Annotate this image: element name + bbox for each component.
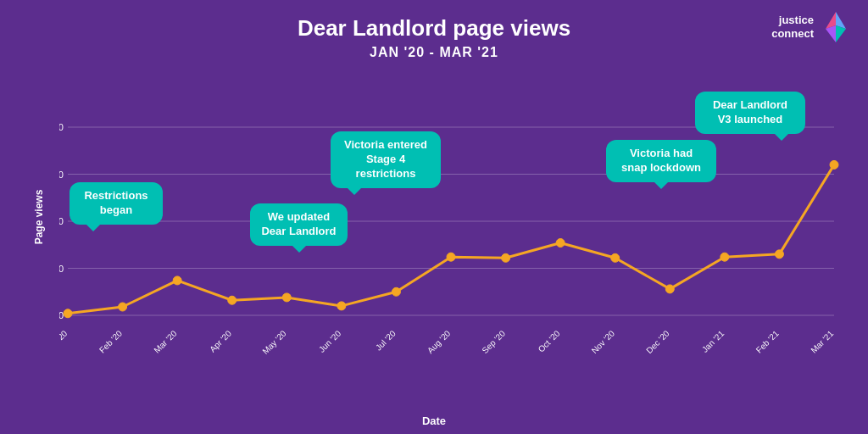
svg-point-40: [665, 285, 674, 293]
svg-point-41: [721, 253, 729, 261]
svg-text:Jun '20: Jun '20: [317, 328, 343, 354]
svg-point-33: [282, 293, 291, 302]
svg-text:Feb '21: Feb '21: [754, 328, 781, 354]
svg-text:Oct '20: Oct '20: [537, 328, 562, 353]
svg-text:0: 0: [59, 310, 64, 320]
callout-v3-launched: Dear LandlordV3 launched: [695, 92, 805, 134]
logo-icon: [819, 10, 853, 44]
svg-point-34: [337, 302, 346, 310]
svg-text:Jan '21: Jan '21: [700, 328, 726, 354]
x-axis-label: Date: [422, 415, 446, 427]
chart-container: Dear Landlord page views JAN '20 - MAR '…: [0, 0, 868, 434]
svg-text:5,000: 5,000: [59, 264, 64, 274]
svg-text:Mar '21: Mar '21: [809, 328, 835, 354]
svg-text:Dec '20: Dec '20: [644, 328, 671, 355]
logo: justice connect: [771, 10, 853, 44]
svg-point-35: [392, 287, 400, 296]
svg-text:Jul '20: Jul '20: [374, 328, 398, 352]
svg-point-30: [119, 303, 127, 311]
svg-point-39: [611, 253, 620, 262]
svg-point-31: [173, 276, 181, 285]
chart-title: Dear Landlord page views: [298, 15, 570, 42]
svg-text:Apr '20: Apr '20: [208, 328, 233, 353]
svg-text:20,000: 20,000: [59, 122, 64, 132]
callout-victoria-snap: Victoria hadsnap lockdown: [606, 140, 716, 182]
svg-text:Feb '20: Feb '20: [97, 328, 124, 354]
svg-point-29: [64, 309, 72, 318]
callout-restrictions-began: Restrictionsbegan: [70, 182, 163, 225]
svg-text:Sep '20: Sep '20: [480, 328, 507, 355]
callout-updated-dear-landlord: We updatedDear Landlord: [250, 203, 348, 246]
svg-point-42: [775, 250, 783, 259]
svg-text:Mar '20: Mar '20: [152, 328, 178, 354]
y-axis-label: Page views: [33, 190, 45, 245]
svg-text:Nov '20: Nov '20: [590, 328, 617, 355]
callout-victoria-stage4: Victoria enteredStage 4restrictions: [331, 131, 441, 188]
svg-point-32: [228, 296, 236, 304]
svg-text:May '20: May '20: [260, 328, 288, 356]
svg-point-37: [502, 253, 510, 262]
logo-line1: justice: [771, 14, 814, 27]
svg-text:Jan '20: Jan '20: [59, 328, 70, 354]
logo-line2: connect: [771, 27, 814, 41]
svg-point-43: [830, 160, 838, 169]
svg-point-38: [556, 239, 565, 248]
chart-subtitle: JAN '20 - MAR '21: [370, 45, 498, 60]
svg-text:Aug '20: Aug '20: [426, 328, 453, 355]
svg-text:15,000: 15,000: [59, 170, 64, 180]
svg-text:10,000: 10,000: [59, 216, 64, 226]
svg-point-36: [447, 253, 455, 261]
